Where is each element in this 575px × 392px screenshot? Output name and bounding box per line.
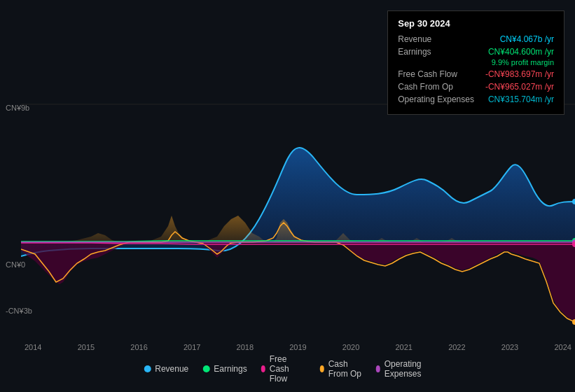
tooltip-label-revenue: Revenue: [398, 34, 431, 44]
legend-item-fcf[interactable]: Free Cash Flow: [261, 354, 306, 384]
tooltip-label-fcf: Free Cash Flow: [398, 69, 457, 79]
legend-item-opex[interactable]: Operating Expenses: [376, 359, 431, 379]
legend-label-revenue: Revenue: [155, 364, 188, 374]
tooltip-label-cashfromop: Cash From Op: [398, 82, 453, 92]
tooltip-label-earnings: Earnings: [398, 47, 431, 57]
x-label-2021: 2021: [395, 343, 412, 351]
x-axis: 2014 2015 2016 2017 2018 2019 2020 2021 …: [21, 343, 575, 351]
legend-label-opex: Operating Expenses: [385, 359, 431, 379]
x-label-2018: 2018: [237, 343, 254, 351]
tooltip-value-revenue: CN¥4.067b /yr: [500, 34, 554, 44]
legend-label-fcf: Free Cash Flow: [270, 354, 306, 384]
x-label-2023: 2023: [501, 343, 518, 351]
x-label-2015: 2015: [78, 343, 95, 351]
x-label-2022: 2022: [448, 343, 465, 351]
legend-dot-revenue: [144, 365, 151, 372]
legend-dot-opex: [376, 365, 380, 372]
x-label-2017: 2017: [183, 343, 200, 351]
tooltip-value-opex: CN¥315.704m /yr: [488, 94, 554, 104]
x-label-2014: 2014: [25, 343, 41, 351]
tooltip-date: Sep 30 2024: [398, 18, 554, 29]
tooltip-row-fcf: Free Cash Flow -CN¥983.697m /yr: [398, 69, 554, 79]
tooltip: Sep 30 2024 Revenue CN¥4.067b /yr Earnin…: [387, 10, 564, 115]
tooltip-value-fcf: -CN¥983.697m /yr: [485, 69, 554, 79]
chart-container: Sep 30 2024 Revenue CN¥4.067b /yr Earnin…: [0, 0, 575, 392]
legend-dot-cashfromop: [320, 365, 324, 372]
chart-svg: [21, 104, 575, 328]
legend-item-earnings[interactable]: Earnings: [202, 364, 247, 374]
tooltip-row-revenue: Revenue CN¥4.067b /yr: [398, 34, 554, 44]
legend-label-earnings: Earnings: [214, 364, 247, 374]
x-label-2020: 2020: [342, 343, 359, 351]
x-label-2016: 2016: [130, 343, 147, 351]
tooltip-value-cashfromop: -CN¥965.027m /yr: [485, 82, 554, 92]
x-label-2019: 2019: [289, 343, 306, 351]
legend-item-revenue[interactable]: Revenue: [144, 364, 188, 374]
svg-point-6: [572, 319, 575, 325]
legend-dot-earnings: [202, 365, 209, 372]
legend-dot-fcf: [261, 365, 265, 372]
tooltip-row-earnings: Earnings CN¥404.600m /yr: [398, 47, 554, 57]
legend-item-cashfromop[interactable]: Cash From Op: [320, 359, 362, 379]
x-label-2024: 2024: [554, 343, 571, 351]
tooltip-profit-margin: 9.9% profit margin: [398, 58, 554, 66]
tooltip-value-earnings: CN¥404.600m /yr: [488, 47, 554, 57]
tooltip-row-opex: Operating Expenses CN¥315.704m /yr: [398, 94, 554, 104]
tooltip-label-opex: Operating Expenses: [398, 94, 474, 104]
tooltip-row-cashfromop: Cash From Op -CN¥965.027m /yr: [398, 82, 554, 92]
chart-legend: Revenue Earnings Free Cash Flow Cash Fro…: [144, 354, 431, 384]
legend-label-cashfromop: Cash From Op: [328, 359, 362, 379]
